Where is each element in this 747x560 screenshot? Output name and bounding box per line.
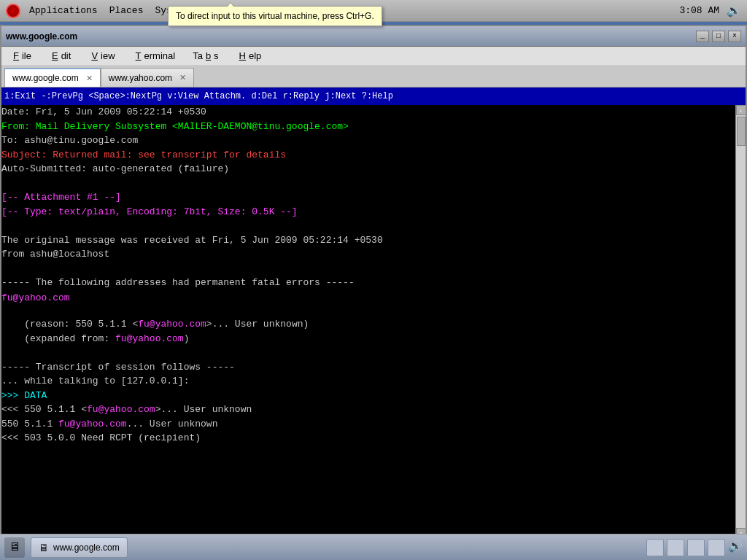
blank3 [1,262,735,276]
email-body: Date: Fri, 5 Jun 2009 05:22:14 +0530 Fro… [1,105,735,538]
speaker-icon[interactable]: 🔊 [727,4,741,18]
mutt-cmd-bar: i:Exit -:PrevPg <Space>:NextPg v:View At… [1,88,746,105]
taskbar: 🖥 🖥 www.google.com 🔊 [0,534,747,560]
tab-yahoo-label: www.yahoo.com [109,73,172,83]
apps-logo [6,4,20,18]
close-button[interactable]: × [728,31,741,42]
menu-edit[interactable]: Edit [46,49,74,63]
menu-places[interactable]: Places [109,5,144,16]
date-line: Date: Fri, 5 Jun 2009 05:22:14 +0530 [1,105,735,120]
transcript1: ----- Transcript of session follows ----… [1,360,735,375]
minimize-button[interactable]: _ [696,31,709,42]
blank5 [1,346,735,360]
taskbar-applet[interactable]: 🖥 [4,537,25,558]
menu-tabs[interactable]: Tabs [190,49,221,63]
tooltip-text: To direct input to this virtual machine,… [176,11,374,21]
resp3-line: <<< 503 5.0.0 Need RCPT (recipient) [1,431,735,446]
taskbar-right: 🔊 [646,539,743,556]
tabs-bar: www.google.com ✕ www.yahoo.com ✕ [1,66,746,88]
resp1-line: <<< 550 5.1.1 <fu@yahoo.com>... User unk… [1,402,735,417]
menu-terminal[interactable]: Terminal [130,49,179,63]
from-line: From: Mail Delivery Subsystem <MAILER-DA… [1,120,735,134]
blank2 [1,219,735,233]
tab-google-close[interactable]: ✕ [86,74,93,83]
auto-submitted: Auto-Submitted: auto-generated (failure) [1,162,735,176]
scrollbar-track[interactable] [736,115,746,528]
transcript2: ... while talking to [127.0.0.1]: [1,374,735,389]
scrollbar[interactable]: ▲ ▼ [735,105,746,538]
menu-view[interactable]: View [85,49,117,63]
fatal-addr: fu@yahoo.com [1,292,70,303]
expanded-line: (expanded from: fu@yahoo.com) [1,332,735,346]
taskbar-btn-1[interactable] [646,539,664,556]
tab-google[interactable]: www.google.com ✕ [4,68,101,87]
subject-line: Subject: Returned mail: see transcript f… [1,148,735,163]
menu-file[interactable]: File [7,49,34,63]
reason-line: (reason: 550 5.1.1 <fu@yahoo.com>... Use… [1,317,735,332]
menu-bar: File Edit View Terminal Tabs Help [1,47,746,66]
blank4 [1,303,735,318]
fatal1: ----- The following addresses had perman… [1,276,735,290]
blank1 [1,176,735,191]
window-title: www.google.com [6,31,77,42]
taskbar-btn-2[interactable] [667,539,684,556]
system-time: 3:08 AM [679,5,719,16]
attachment2: [-- Type: text/plain, Encoding: 7bit, Si… [1,205,735,219]
window-titlebar: www.google.com _ □ × [1,26,746,47]
terminal-content: Date: Fri, 5 Jun 2009 05:22:14 +0530 Fro… [1,105,746,538]
to-line: To: ashu@tinu.google.com [1,133,735,148]
tab-yahoo-close[interactable]: ✕ [179,73,186,82]
system-bar-right: 3:08 AM 🔊 [679,4,741,18]
taskbar-btn-3[interactable] [687,539,705,556]
taskbar-btn-4[interactable] [708,539,725,556]
attachment1: [-- Attachment #1 --] [1,190,735,205]
tooltip: To direct input to this virtual machine,… [168,6,382,26]
tab-yahoo[interactable]: www.yahoo.com ✕ [101,68,194,87]
fatal-addr-line: fu@yahoo.com [1,290,735,303]
taskbar-speaker-icon[interactable]: 🔊 [728,539,743,556]
scrollbar-thumb[interactable] [737,117,746,146]
tab-google-label: www.google.com [12,73,79,83]
menu-applications[interactable]: Applications [29,5,98,16]
scrollbar-up[interactable]: ▲ [736,105,746,115]
data-cmd-line: >>> DATA [1,389,735,403]
terminal-window: www.google.com _ □ × File Edit View Term… [0,25,747,556]
menu-help[interactable]: Help [233,49,265,63]
taskbar-window-google[interactable]: 🖥 www.google.com [31,537,128,558]
window-controls: _ □ × [696,31,741,42]
taskbar-window-label: www.google.com [53,542,120,553]
system-menu: Applications Places System [29,5,189,16]
system-bar-left: Applications Places System [6,4,189,18]
cmd-bar-text: i:Exit -:PrevPg <Space>:NextPg v:View At… [4,91,393,101]
original2: from ashu@localhost [1,247,735,262]
original1: The original message was received at Fri… [1,233,735,248]
resp2-line: 550 5.1.1 fu@yahoo.com... User unknown [1,417,735,432]
maximize-button[interactable]: □ [712,31,725,42]
